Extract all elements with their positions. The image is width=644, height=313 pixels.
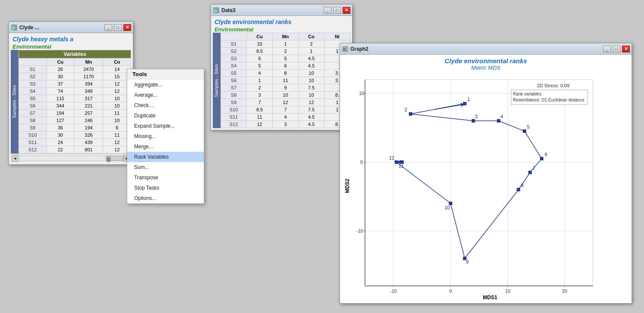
table-row: S8310108. <box>221 92 350 99</box>
menu-item-merge---[interactable]: Merge... <box>127 141 204 152</box>
data3-window-content: Clyde environmental ranks Environmental … <box>211 16 352 130</box>
data-window-minimize[interactable]: _ <box>104 24 112 31</box>
graph-svg-container: -10 0 10 20 10 0 -10 <box>352 71 628 301</box>
table-row: S9361946 <box>19 124 131 132</box>
graph-window-icon: G <box>342 46 349 52</box>
table-row: S812724610 <box>19 117 131 124</box>
d3-col-ni: Ni <box>324 33 350 40</box>
graph-svg: -10 0 10 20 10 0 -10 <box>352 71 601 299</box>
data-window-content: Clyde heavy metals a Environmental Sampl… <box>9 33 133 164</box>
data3-table-body: S11012S28.5211S3654.5S4564.5S548103.S611… <box>221 40 350 128</box>
menu-item-rank-variables[interactable]: Rank Variables <box>127 152 204 162</box>
table-row: S6111103. <box>221 77 350 84</box>
label-3: 3 <box>475 114 478 119</box>
table-row: S634422110 <box>19 102 131 110</box>
col-mn: Mn <box>74 58 103 66</box>
table-row: S33739412 <box>19 80 131 88</box>
col-cu: Cu <box>46 58 74 66</box>
data3-window: D Data3 _ □ ✕ Clyde environmental ranks … <box>211 4 353 130</box>
tools-menu-items: Aggregate...Average...Check...DuplicateE… <box>127 80 204 203</box>
data-row-axis: Samples - Sites <box>11 50 18 153</box>
graph-subtitle: Metric MDS <box>343 64 628 71</box>
table-row: S122280112 <box>19 146 131 153</box>
point-7 <box>528 171 532 174</box>
svg-text:0: 0 <box>449 288 452 294</box>
data3-table: Cu Mn Co Ni S11012S28.5211S3654.5S4564.5… <box>221 33 350 128</box>
scroll-track[interactable] <box>19 156 105 161</box>
data-table-body: S126247014S230117015S33739412S47434912S5… <box>19 66 131 153</box>
menu-item-duplicate[interactable]: Duplicate <box>127 110 204 121</box>
d3-col-empty <box>221 33 247 40</box>
menu-item-stop-tasks[interactable]: Stop Tasks <box>127 183 204 193</box>
data-window-maximize[interactable]: □ <box>114 24 122 31</box>
stress-label: 2D Stress: 0.09 <box>537 83 570 88</box>
scroll-left[interactable]: ◄ <box>12 155 18 162</box>
menu-item-average---[interactable]: Average... <box>127 90 204 100</box>
graph-window-titlebar: G Graph2 _ □ ✕ <box>340 43 632 55</box>
graph-window-minimize[interactable]: _ <box>603 46 611 52</box>
data3-window-icon: D <box>213 7 220 14</box>
graph-window-close[interactable]: ✕ <box>622 46 630 52</box>
menu-item-options---[interactable]: Options... <box>127 193 204 203</box>
data3-window-maximize[interactable]: □ <box>333 7 341 14</box>
label-2: 2 <box>405 107 407 112</box>
data3-window-close[interactable]: ✕ <box>343 7 350 14</box>
scroll-thumb[interactable]: ||| <box>106 156 123 161</box>
data3-row-axis: Samples - Sites <box>213 33 221 128</box>
point-4 <box>497 119 500 123</box>
table-row: S230117015 <box>19 73 131 80</box>
data-table: Variables Cu Mn Co S126247014S230117015S… <box>18 50 131 153</box>
data-window-subtitle2: Environmental <box>11 43 131 50</box>
svg-rect-6 <box>365 80 593 286</box>
point-6 <box>540 157 543 160</box>
graph-window: G Graph2 _ □ ✕ Clyde environmental ranks… <box>340 43 632 304</box>
graph-window-title: Graph2 <box>350 46 601 52</box>
label-1: 1 <box>467 97 470 102</box>
table-row: S548103. <box>221 70 350 77</box>
point-1 <box>463 102 466 105</box>
menu-item-aggregate---[interactable]: Aggregate... <box>127 80 204 90</box>
label-10: 10 <box>445 205 450 210</box>
legend-line1: Rank variables <box>513 92 541 96</box>
table-row: S511531710 <box>19 95 131 102</box>
svg-text:-10: -10 <box>356 228 363 233</box>
point-8 <box>517 188 520 191</box>
tools-menu: Tools Aggregate...Average...Check...Dupl… <box>127 69 204 204</box>
y-axis-label: MDS2 <box>343 71 351 301</box>
table-row: S4564.5 <box>221 62 350 70</box>
point-5 <box>523 129 526 133</box>
table-row: S111144.5 <box>221 114 350 121</box>
graph-window-maximize[interactable]: □ <box>613 46 620 52</box>
d3-col-co: Co <box>298 33 324 40</box>
table-row: S103032611 <box>19 132 131 139</box>
data3-window-subtitle: Clyde environmental ranks <box>213 18 350 26</box>
data3-window-subtitle2: Environmental <box>213 26 350 33</box>
graph-area: MDS2 <box>343 71 628 301</box>
tools-menu-header: Tools <box>127 69 204 80</box>
x-axis-label: MDS1 <box>352 295 628 301</box>
data3-window-titlebar: D Data3 _ □ ✕ <box>211 5 352 16</box>
point-12 <box>395 160 398 164</box>
label-9: 9 <box>466 259 469 264</box>
svg-text:D: D <box>214 9 217 13</box>
col-empty <box>19 58 47 66</box>
menu-item-transpose[interactable]: Transpose <box>127 172 204 183</box>
svg-text:10: 10 <box>505 288 510 294</box>
data3-window-minimize[interactable]: _ <box>324 7 331 14</box>
menu-item-missing---[interactable]: Missing... <box>127 131 204 141</box>
menu-item-sum---[interactable]: Sum... <box>127 162 204 172</box>
variables-header: Variables <box>19 50 131 58</box>
table-row: S121234.58. <box>221 121 350 128</box>
table-row: S108.577.51 <box>221 106 350 114</box>
menu-item-check---[interactable]: Check... <box>127 100 204 110</box>
point-2 <box>409 112 412 116</box>
data-window-icon: D <box>11 24 18 31</box>
data-window-title: Clyde ... <box>19 25 103 31</box>
data-window-subtitle: Clyde heavy metals a <box>11 35 131 43</box>
graph-title: Clyde environmental ranks <box>343 57 628 64</box>
menu-item-expand-sample---[interactable]: Expand Sample... <box>127 121 204 131</box>
svg-text:10: 10 <box>359 91 364 96</box>
label-7: 7 <box>533 166 535 171</box>
data-window-close[interactable]: ✕ <box>123 24 131 31</box>
table-row: S28.5211 <box>221 48 350 55</box>
